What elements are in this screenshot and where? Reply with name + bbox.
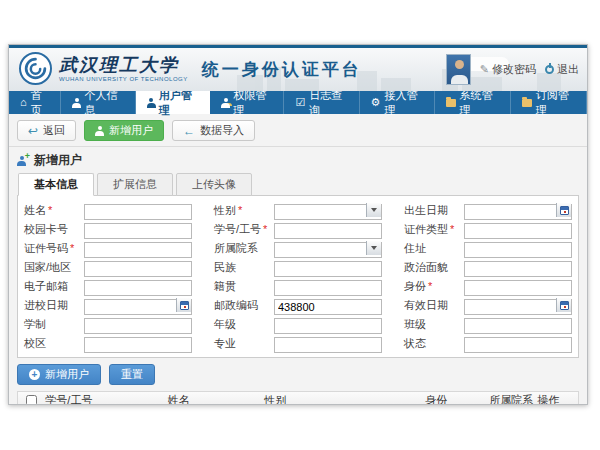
nav-item-label: 订阅管理 bbox=[536, 88, 575, 118]
postal-code-label: 邮政编码 bbox=[214, 298, 274, 313]
campus-input[interactable] bbox=[84, 337, 192, 353]
pencil-icon: ✎ bbox=[480, 63, 489, 76]
dropdown-button[interactable] bbox=[366, 241, 381, 255]
tab-upload-avatar[interactable]: 上传头像 bbox=[176, 173, 252, 196]
dropdown-button[interactable] bbox=[366, 203, 381, 217]
select-all-cell bbox=[18, 395, 41, 405]
reset-button[interactable]: 重置 bbox=[109, 364, 155, 385]
logout-link[interactable]: 退出 bbox=[545, 62, 579, 77]
nav-item-subscriptions[interactable]: 订阅管理 bbox=[511, 91, 587, 114]
field-postal-code: 邮政编码 bbox=[214, 297, 382, 313]
field-native-place: 籍贯 bbox=[214, 278, 382, 294]
nav-item-label: 权限管理 bbox=[233, 88, 272, 118]
country-region-label: 国家/地区 bbox=[24, 260, 84, 275]
chevron-down-icon bbox=[371, 208, 377, 212]
gender-label: 性别* bbox=[214, 203, 274, 218]
political-status-control bbox=[464, 259, 572, 275]
university-logo-icon bbox=[19, 52, 52, 85]
field-valid-date: 有效日期 bbox=[404, 297, 572, 313]
tab-basic-info[interactable]: 基本信息 bbox=[18, 173, 94, 196]
grade-label: 年级 bbox=[214, 317, 274, 332]
ethnicity-input[interactable] bbox=[274, 261, 382, 277]
data-import-button[interactable]: ← 数据导入 bbox=[172, 120, 255, 141]
country-region-input[interactable] bbox=[84, 261, 192, 277]
political-status-input[interactable] bbox=[464, 261, 572, 277]
basic-info-panel: 姓名*性别*出生日期校园卡号学号/工号*证件类型*证件号码*所属院系住址国家/地… bbox=[17, 195, 579, 358]
field-class: 班级 bbox=[404, 316, 572, 332]
nav-item-permissions[interactable]: 权限管理 bbox=[210, 91, 284, 114]
grade-input[interactable] bbox=[274, 318, 382, 334]
id-number-control bbox=[84, 240, 192, 256]
select-all-checkbox[interactable] bbox=[26, 395, 37, 405]
nav-item-profile[interactable]: 个人信息 bbox=[61, 91, 135, 114]
birth-date-label: 出生日期 bbox=[404, 203, 464, 218]
identity-input[interactable] bbox=[464, 280, 572, 296]
nav-item-label: 个人信息 bbox=[84, 88, 123, 118]
major-input[interactable] bbox=[274, 337, 382, 353]
nav-item-label: 接入管理 bbox=[384, 88, 422, 118]
section-title-text: 新增用户 bbox=[34, 152, 82, 169]
valid-date-control bbox=[464, 297, 572, 313]
add-user-toolbar-button[interactable]: 新增用户 bbox=[84, 120, 164, 141]
required-marker: * bbox=[238, 204, 242, 216]
name-input[interactable] bbox=[84, 204, 192, 220]
id-type-input[interactable] bbox=[464, 223, 572, 239]
change-password-label: 修改密码 bbox=[492, 62, 536, 77]
id-number-label: 证件号码* bbox=[24, 241, 84, 256]
field-name: 姓名* bbox=[24, 202, 192, 218]
form-tabs: 基本信息扩展信息上传头像 bbox=[17, 173, 579, 196]
nav-item-system[interactable]: 系统管理 bbox=[435, 91, 511, 114]
email-input[interactable] bbox=[84, 280, 192, 296]
class-input[interactable] bbox=[464, 318, 572, 334]
native-place-control bbox=[274, 278, 382, 294]
column-header: 操作 bbox=[533, 393, 578, 405]
gear-icon: ⚙ bbox=[371, 97, 381, 108]
nav-item-users[interactable]: 用户管理 bbox=[136, 91, 210, 114]
university-name-en: WUHAN UNIVERSITY OF TECHNOLOGY bbox=[59, 76, 188, 82]
column-header: 性别 bbox=[260, 393, 421, 405]
name-label: 姓名* bbox=[24, 203, 84, 218]
nav-item-home[interactable]: ⌂首页 bbox=[9, 91, 61, 114]
submit-add-user-button[interactable]: 新增用户 bbox=[17, 364, 101, 385]
id-number-input[interactable] bbox=[84, 242, 192, 258]
address-input[interactable] bbox=[464, 242, 572, 258]
date-picker-button[interactable] bbox=[556, 203, 571, 217]
back-button[interactable]: ↩ 返回 bbox=[17, 120, 76, 141]
field-student-no: 学号/工号* bbox=[214, 221, 382, 237]
study-length-input[interactable] bbox=[84, 318, 192, 334]
home-icon: ⌂ bbox=[20, 97, 27, 108]
header: 武汉理工大学 WUHAN UNIVERSITY OF TECHNOLOGY 统一… bbox=[9, 48, 587, 91]
field-grade: 年级 bbox=[214, 316, 382, 332]
ethnicity-label: 民族 bbox=[214, 260, 274, 275]
field-birth-date: 出生日期 bbox=[404, 202, 572, 218]
date-picker-button[interactable] bbox=[176, 298, 191, 312]
change-password-link[interactable]: ✎ 修改密码 bbox=[480, 62, 536, 77]
valid-date-label: 有效日期 bbox=[404, 298, 464, 313]
ethnicity-control bbox=[274, 259, 382, 275]
enroll-date-control bbox=[84, 297, 192, 313]
column-header: 所属院系 bbox=[485, 393, 533, 405]
status-input[interactable] bbox=[464, 337, 572, 353]
user-icon bbox=[147, 98, 155, 108]
required-marker: * bbox=[48, 204, 52, 216]
student-no-label: 学号/工号* bbox=[214, 222, 274, 237]
field-ethnicity: 民族 bbox=[214, 259, 382, 275]
field-major: 专业 bbox=[214, 335, 382, 351]
tab-extended-info[interactable]: 扩展信息 bbox=[97, 173, 173, 196]
platform-title: 统一身份认证平台 bbox=[202, 58, 362, 81]
users-table-header: 学号/工号姓名性别身份所属院系操作 bbox=[18, 392, 578, 405]
nav-item-logs[interactable]: ☑日志查询 bbox=[284, 91, 359, 114]
study-length-label: 学制 bbox=[24, 317, 84, 332]
nav-item-access[interactable]: ⚙接入管理 bbox=[360, 91, 435, 114]
student-no-input[interactable] bbox=[274, 223, 382, 239]
field-enroll-date: 进校日期 bbox=[24, 297, 192, 313]
study-length-control bbox=[84, 316, 192, 332]
campus-card-no-control bbox=[84, 221, 192, 237]
date-picker-button[interactable] bbox=[556, 298, 571, 312]
plus-circle-icon bbox=[29, 369, 40, 380]
postal-code-input[interactable] bbox=[274, 299, 382, 315]
field-address: 住址 bbox=[404, 240, 572, 256]
id-type-label: 证件类型* bbox=[404, 222, 464, 237]
campus-card-no-input[interactable] bbox=[84, 223, 192, 239]
native-place-input[interactable] bbox=[274, 280, 382, 296]
